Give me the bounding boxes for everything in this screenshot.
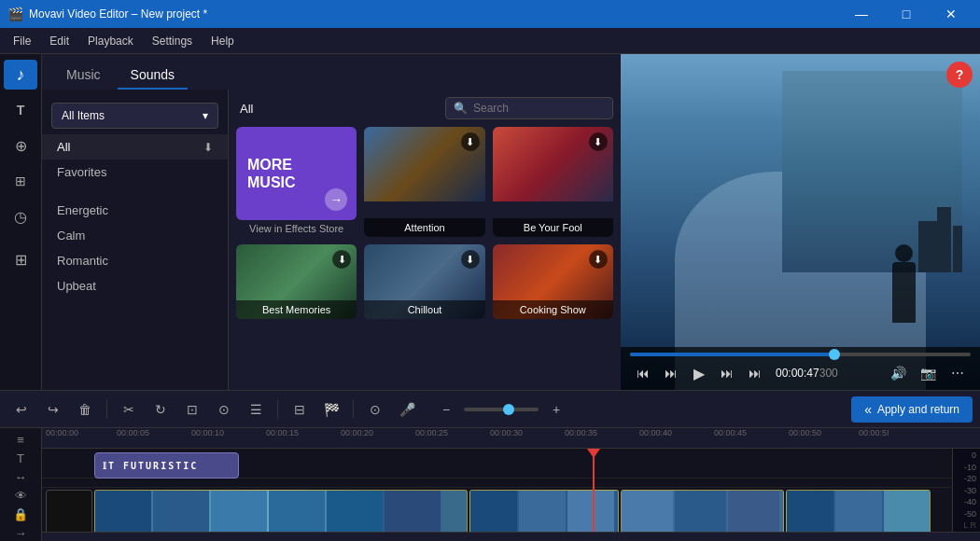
minimize-button[interactable]: — xyxy=(840,0,883,28)
music-grid-area: All 🔍 MOREMUSIC → Vi xyxy=(229,90,621,390)
sidebar-item-romantic[interactable]: Romantic xyxy=(42,248,228,273)
music-card-best-memories[interactable]: ⬇ Best Memories xyxy=(236,244,357,319)
tl-tool-visibility[interactable]: 👁 xyxy=(6,489,35,504)
marker-button[interactable]: 🏁 xyxy=(317,396,345,423)
tl-main: 00:00:00 00:00:05 00:00:10 00:00:15 00:0… xyxy=(42,428,980,541)
progress-bar[interactable] xyxy=(630,353,971,356)
tab-sounds[interactable]: Sounds xyxy=(118,62,188,90)
video-background xyxy=(621,54,980,390)
tl-tool-arrow[interactable]: → xyxy=(6,526,35,541)
tl-left-tools: ≡ T ↔ 👁 🔒 → xyxy=(0,428,42,541)
more-music-arrow-icon[interactable]: → xyxy=(325,188,347,211)
timeline-section: ↩ ↪ 🗑 ✂ ↻ ⊡ ⊙ ☰ ⊟ 🏁 ⊙ 🎤 − + xyxy=(0,390,980,541)
sidebar-item-favorites[interactable]: Favorites xyxy=(42,160,228,185)
vu-label-30: -30 xyxy=(957,486,976,495)
chillout-download-icon[interactable]: ⬇ xyxy=(461,250,480,269)
video-clip-2[interactable] xyxy=(469,490,619,532)
tab-music[interactable]: Music xyxy=(53,62,114,90)
video-clip-1[interactable] xyxy=(94,490,468,532)
help-button[interactable]: ? xyxy=(946,62,973,88)
apply-return-icon: « xyxy=(864,402,872,417)
video-clip-leader[interactable] xyxy=(46,490,92,532)
tool-fx[interactable]: ⊕ xyxy=(4,131,37,160)
music-card-chillout[interactable]: ⬇ Chillout xyxy=(364,244,484,319)
delete-button[interactable]: 🗑 xyxy=(71,396,99,423)
cooking-show-download-icon[interactable]: ⬇ xyxy=(589,250,608,269)
zoom-slider-thumb[interactable] xyxy=(503,404,514,415)
dropdown-label: All Items xyxy=(62,109,105,122)
title-clip[interactable]: 𝕀T FUTURISTIC xyxy=(94,452,239,479)
search-input[interactable] xyxy=(473,102,595,115)
zoom-in-button[interactable]: + xyxy=(542,396,570,423)
more-music-inner[interactable]: MOREMUSIC → xyxy=(236,127,357,220)
progress-thumb[interactable] xyxy=(829,349,840,360)
redo-button[interactable]: ↪ xyxy=(39,396,67,423)
ruler-mark-5: 00:00:25 xyxy=(415,428,448,437)
undo-button[interactable]: ↩ xyxy=(7,396,35,423)
tool-music[interactable]: ♪ xyxy=(4,60,37,90)
tl-tool-lock[interactable]: 🔒 xyxy=(6,507,35,522)
rotate-button[interactable]: ↻ xyxy=(147,396,175,423)
svg-rect-17 xyxy=(787,491,833,532)
properties-button[interactable]: ☰ xyxy=(242,396,270,423)
download-icon[interactable]: ⬇ xyxy=(203,141,213,154)
more-options-button[interactable]: ⋯ xyxy=(945,362,971,384)
video-clip-4[interactable] xyxy=(786,490,931,532)
snapshot-button[interactable]: 📷 xyxy=(915,362,941,384)
tl-scrollbar[interactable] xyxy=(42,532,980,541)
more-music-card[interactable]: MOREMUSIC → View in Effects Store xyxy=(236,127,357,237)
zoom-slider[interactable] xyxy=(464,408,539,411)
skip-back-button[interactable]: ⏭ xyxy=(658,362,684,384)
video-thumbnail-2 xyxy=(470,491,618,532)
sidebar-item-energetic[interactable]: Energetic xyxy=(42,198,228,223)
be-your-fool-download-icon[interactable]: ⬇ xyxy=(589,132,608,151)
attention-download-icon[interactable]: ⬇ xyxy=(461,132,480,151)
search-icon: 🔍 xyxy=(454,102,468,115)
voice-button[interactable]: 🎤 xyxy=(393,396,421,423)
menu-file[interactable]: File xyxy=(4,31,40,51)
sidebar-item-all[interactable]: All ⬇ xyxy=(42,134,228,160)
close-button[interactable]: ✕ xyxy=(930,0,973,28)
audio-button[interactable]: ⊙ xyxy=(361,396,389,423)
insert-button[interactable]: ⊟ xyxy=(286,396,314,423)
menu-edit[interactable]: Edit xyxy=(40,31,78,51)
zoom-out-button[interactable]: − xyxy=(432,396,460,423)
music-card-attention[interactable]: ⬇ Attention xyxy=(364,127,484,237)
vu-label-50: -50 xyxy=(957,509,976,519)
menu-playback[interactable]: Playback xyxy=(78,31,143,51)
be-your-fool-label: Be Your Fool xyxy=(493,218,613,237)
volume-button[interactable]: 🔊 xyxy=(885,362,911,384)
sidebar-item-upbeat[interactable]: Upbeat xyxy=(42,273,228,298)
maximize-button[interactable]: □ xyxy=(885,0,928,28)
category-dropdown[interactable]: All Items ▾ xyxy=(51,103,218,129)
playhead[interactable] xyxy=(593,449,595,532)
tl-tool-1[interactable]: ≡ xyxy=(6,432,35,447)
cut-button[interactable]: ✂ xyxy=(115,396,143,423)
apply-return-button[interactable]: « Apply and return xyxy=(851,396,973,423)
next-frame-button[interactable]: ⏭ xyxy=(742,362,768,384)
skip-fwd-button[interactable]: ⏭ xyxy=(714,362,740,384)
tool-text[interactable]: T xyxy=(4,95,37,125)
music-card-cooking-show[interactable]: ⬇ Cooking Show xyxy=(493,244,613,319)
tool-more[interactable]: ⊞ xyxy=(4,244,37,274)
svg-rect-10 xyxy=(519,491,566,532)
color-button[interactable]: ⊙ xyxy=(210,396,238,423)
video-preview: ? ⏮ ⏭ ▶ ⏭ ⏭ 00:00:47300 xyxy=(621,54,980,390)
progress-bar-fill xyxy=(630,353,834,356)
video-clip-3[interactable] xyxy=(621,490,784,532)
tool-filters[interactable]: ⊞ xyxy=(4,166,37,196)
menu-help[interactable]: Help xyxy=(202,31,244,51)
play-button[interactable]: ▶ xyxy=(686,362,712,384)
tool-transitions[interactable]: ◷ xyxy=(4,201,37,231)
main-layout: ♪ T ⊕ ⊞ ◷ ⊞ Music Sounds All Items ▾ xyxy=(0,54,980,541)
tl-tool-2[interactable]: T xyxy=(6,451,35,465)
menu-settings[interactable]: Settings xyxy=(143,31,202,51)
crop-button[interactable]: ⊡ xyxy=(178,396,206,423)
vu-label-40: -40 xyxy=(957,497,976,506)
tl-tool-3[interactable]: ↔ xyxy=(6,469,35,484)
prev-frame-button[interactable]: ⏮ xyxy=(630,362,656,384)
ctrl-row: ⏮ ⏭ ▶ ⏭ ⏭ 00:00:47300 🔊 📷 ⋯ xyxy=(630,362,971,384)
sidebar-item-calm[interactable]: Calm xyxy=(42,223,228,248)
search-box[interactable]: 🔍 xyxy=(445,97,613,119)
music-card-be-your-fool[interactable]: ⬇ Be Your Fool xyxy=(493,127,613,237)
